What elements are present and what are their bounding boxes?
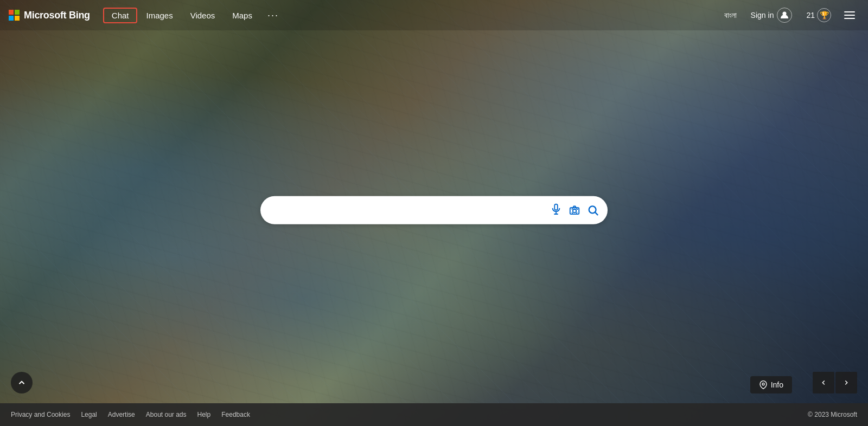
- points-badge[interactable]: 21 🏆: [802, 6, 835, 24]
- svg-point-15: [589, 206, 596, 213]
- brand-name: Microsoft Bing: [24, 10, 90, 21]
- menu-line-1: [844, 11, 855, 12]
- sign-in-button[interactable]: Sign in: [745, 5, 798, 25]
- main-nav: Chat Images Videos Maps ···: [103, 7, 285, 24]
- menu-line-2: [844, 15, 855, 16]
- user-avatar-icon: [777, 8, 792, 23]
- svg-point-5: [573, 209, 576, 212]
- prev-arrow-button[interactable]: [813, 372, 834, 393]
- svg-point-17: [762, 383, 764, 385]
- nav-images[interactable]: Images: [137, 8, 181, 23]
- logo-blue: [9, 16, 14, 21]
- privacy-cookies-link[interactable]: Privacy and Cookies: [11, 411, 70, 418]
- header-right: বাংলা Sign in 21 🏆: [720, 5, 859, 25]
- help-link[interactable]: Help: [197, 411, 211, 418]
- search-area: [260, 196, 608, 224]
- search-box: [260, 196, 608, 224]
- svg-rect-1: [554, 204, 558, 210]
- microphone-icon[interactable]: [550, 203, 562, 217]
- logo-green: [15, 10, 20, 15]
- scroll-up-button[interactable]: [11, 372, 33, 393]
- info-button[interactable]: Info: [750, 376, 792, 393]
- feedback-link[interactable]: Feedback: [221, 411, 250, 418]
- search-action-icons: [550, 203, 599, 217]
- logo-red: [9, 10, 14, 15]
- legal-link[interactable]: Legal: [81, 411, 97, 418]
- next-arrow-button[interactable]: [835, 372, 857, 393]
- nav-videos[interactable]: Videos: [182, 8, 224, 23]
- microsoft-logo: [9, 10, 20, 21]
- header: Microsoft Bing Chat Images Videos Maps ·…: [0, 0, 868, 30]
- logo-yellow: [15, 16, 20, 21]
- nav-chat[interactable]: Chat: [103, 8, 138, 23]
- nav-maps[interactable]: Maps: [224, 8, 261, 23]
- nav-arrows: [813, 372, 857, 393]
- menu-line-3: [844, 18, 855, 19]
- trophy-icon: 🏆: [817, 8, 831, 22]
- advertise-link[interactable]: Advertise: [108, 411, 135, 418]
- info-label: Info: [771, 380, 783, 389]
- language-button[interactable]: বাংলা: [720, 9, 741, 22]
- search-input[interactable]: [269, 205, 550, 215]
- hamburger-menu-button[interactable]: [840, 8, 859, 22]
- search-button[interactable]: [587, 204, 599, 216]
- copyright: © 2023 Microsoft: [808, 411, 857, 418]
- visual-search-icon[interactable]: [569, 204, 580, 216]
- about-ads-link[interactable]: About our ads: [146, 411, 187, 418]
- nav-more[interactable]: ···: [261, 7, 285, 24]
- svg-line-16: [595, 212, 598, 215]
- footer-links: Privacy and Cookies Legal Advertise Abou…: [11, 411, 250, 418]
- points-count: 21: [806, 11, 815, 20]
- footer: Privacy and Cookies Legal Advertise Abou…: [0, 403, 868, 426]
- svg-rect-4: [570, 208, 579, 214]
- sign-in-label: Sign in: [751, 11, 774, 20]
- logo-area[interactable]: Microsoft Bing: [9, 10, 90, 21]
